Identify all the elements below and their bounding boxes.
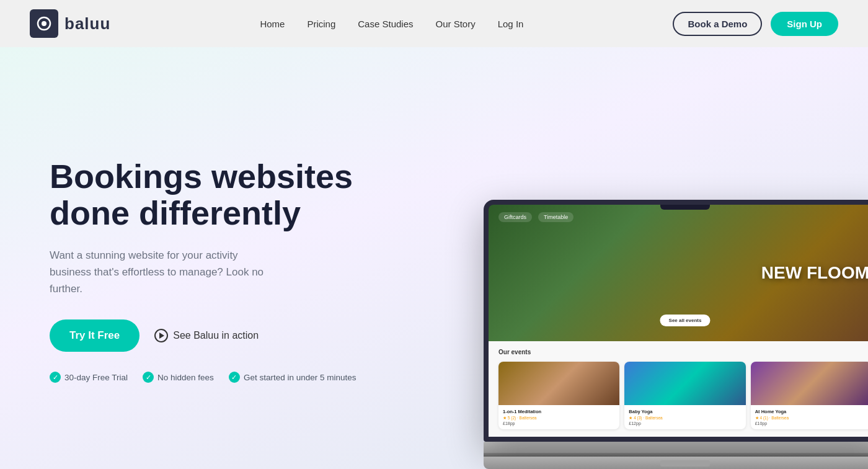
event-img-1 [498, 362, 619, 405]
nav-login[interactable]: Log In [498, 19, 524, 29]
event-img-3 [751, 362, 868, 405]
event-price-3: £10pp [755, 421, 867, 426]
badge-fees: ✓ No hidden fees [143, 372, 214, 383]
screen-nav-tabs: Giftcards Timetable [498, 212, 574, 222]
screen-hero-area: Giftcards Timetable NEW FLOOM See all ev… [489, 205, 868, 341]
event-info-3: At Home Yoga ★ 4 (1) · Battersea £10pp [751, 405, 868, 429]
logo-icon [35, 15, 53, 32]
check-icon-3: ✓ [229, 372, 240, 383]
laptop-bottom [484, 457, 868, 469]
nav-pricing[interactable]: Pricing [307, 19, 335, 29]
event-name-1: 1-on-1 Meditation [503, 409, 615, 414]
laptop-mockup: Giftcards Timetable NEW FLOOM See all ev… [484, 60, 868, 469]
event-rating-2: ★ 4 (3) · Battersea [629, 416, 741, 421]
logo-text: baluu [64, 14, 110, 34]
hero-cta: Try It Free See Baluu in action [50, 319, 397, 352]
check-icon-2: ✓ [143, 372, 154, 383]
logo-box [30, 9, 58, 38]
play-triangle [159, 333, 164, 339]
event-price-2: £12pp [629, 421, 741, 426]
laptop-trackpad [660, 460, 710, 467]
header: baluu Home Pricing Case Studies Our Stor… [0, 0, 868, 47]
sign-up-button[interactable]: Sign Up [771, 12, 838, 36]
nav-our-story[interactable]: Our Story [436, 19, 476, 29]
event-name-2: Baby Yoga [629, 409, 741, 414]
event-rating-1: ★ 5 (2) · Battersea [503, 416, 615, 421]
screen-tab-giftcards: Giftcards [498, 212, 532, 222]
hero-badges: ✓ 30-day Free Trial ✓ No hidden fees ✓ G… [50, 372, 397, 383]
event-price-1: £18pp [503, 421, 615, 426]
logo[interactable]: baluu [30, 9, 110, 38]
see-in-action-button[interactable]: See Baluu in action [154, 329, 259, 342]
event-info-2: Baby Yoga ★ 4 (3) · Battersea £12pp [624, 405, 745, 429]
event-card-2: Baby Yoga ★ 4 (3) · Battersea £12pp [624, 362, 745, 429]
screen-events-grid: 1-on-1 Meditation ★ 5 (2) · Battersea £1… [498, 362, 868, 429]
hero-section: Bookings websites done differently Want … [0, 47, 868, 469]
screen-big-title: NEW FLOOM [761, 264, 868, 283]
laptop-notch [660, 205, 710, 210]
event-img-2 [624, 362, 745, 405]
laptop-screen: Giftcards Timetable NEW FLOOM See all ev… [484, 200, 868, 442]
svg-point-1 [42, 21, 46, 26]
laptop-base [484, 442, 868, 453]
nav-home[interactable]: Home [260, 19, 285, 29]
event-info-1: 1-on-1 Meditation ★ 5 (2) · Battersea £1… [498, 405, 619, 429]
badge-trial: ✓ 30-day Free Trial [50, 372, 128, 383]
screen-see-events: See all events [660, 315, 711, 326]
event-card-3: At Home Yoga ★ 4 (1) · Battersea £10pp [751, 362, 868, 429]
screen-events-title: Our events [498, 349, 868, 355]
screen-tab-timetable: Timetable [538, 212, 574, 222]
event-rating-3: ★ 4 (1) · Battersea [755, 416, 867, 421]
book-demo-button[interactable]: Book a Demo [673, 12, 762, 36]
nav-actions: Book a Demo Sign Up [673, 12, 838, 36]
badge-start: ✓ Get started in under 5 minutes [229, 372, 356, 383]
hero-subtext: Want a stunning website for your activit… [50, 247, 273, 298]
event-name-3: At Home Yoga [755, 409, 867, 414]
laptop-wrapper: Giftcards Timetable NEW FLOOM See all ev… [484, 200, 868, 469]
try-it-free-button[interactable]: Try It Free [50, 319, 140, 352]
screen-events-section: Our events 1-on-1 Meditation ★ 5 (2) · B… [489, 341, 868, 437]
screen-hero-bg: Giftcards Timetable NEW FLOOM See all ev… [489, 205, 868, 341]
event-card-1: 1-on-1 Meditation ★ 5 (2) · Battersea £1… [498, 362, 619, 429]
check-icon-1: ✓ [50, 372, 61, 383]
hero-left: Bookings websites done differently Want … [0, 121, 434, 420]
play-icon [154, 329, 168, 342]
nav-case-studies[interactable]: Case Studies [358, 19, 413, 29]
hero-headline: Bookings websites done differently [50, 158, 397, 232]
nav: Home Pricing Case Studies Our Story Log … [260, 19, 523, 29]
screen-content: Giftcards Timetable NEW FLOOM See all ev… [489, 205, 868, 437]
